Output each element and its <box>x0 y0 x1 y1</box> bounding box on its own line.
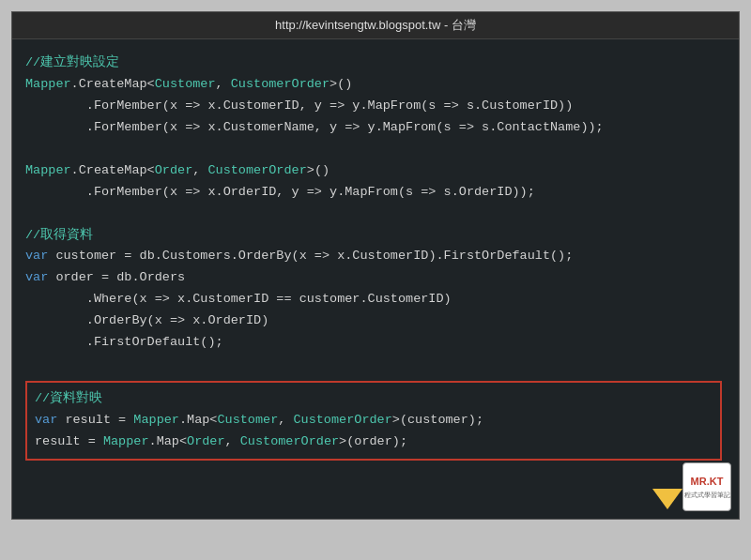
badge-sub: 程式式學習筆記 <box>684 490 730 501</box>
comment-2: //取得資料 <box>25 225 722 247</box>
comment-3: //資料對映 <box>35 388 713 410</box>
code-line-5: .ForMember(x => x.OrderID, y => y.MapFro… <box>25 182 722 204</box>
code-line-12: result = Mapper.Map<Order, CustomerOrder… <box>35 431 713 453</box>
arrow-indicator <box>652 489 682 509</box>
code-line-4: Mapper.CreateMap<Order, CustomerOrder>() <box>25 160 722 182</box>
code-line-6: var customer = db.Customers.OrderBy(x =>… <box>25 246 722 267</box>
code-line-1: Mapper.CreateMap<Customer, CustomerOrder… <box>25 74 722 96</box>
code-line-3: .ForMember(x => x.CustomerName, y => y.M… <box>25 117 722 139</box>
code-line-2: .ForMember(x => x.CustomerID, y => y.Map… <box>25 96 722 117</box>
window-frame: http://kevintsengtw.blogspot.tw - 台灣 //建… <box>11 11 740 520</box>
code-line-8: .Where(x => x.CustomerID == customer.Cus… <box>25 289 722 310</box>
arrow-down-icon <box>652 489 682 509</box>
mrkt-badge: MR.KT 程式式學習筆記 <box>682 462 731 511</box>
title-text: http://kevintsengtw.blogspot.tw - 台灣 <box>275 18 476 32</box>
code-area: //建立對映設定 Mapper.CreateMap<Customer, Cust… <box>12 39 739 519</box>
code-line-7: var order = db.Orders <box>25 267 722 289</box>
code-line-10: .FirstOrDefault(); <box>25 332 722 354</box>
code-line-9: .OrderBy(x => x.OrderID) <box>25 310 722 332</box>
code-line-11: var result = Mapper.Map<Customer, Custom… <box>35 410 713 431</box>
badge-title: MR.KT <box>691 473 724 491</box>
comment-1: //建立對映設定 <box>25 53 722 74</box>
highlighted-section: //資料對映 var result = Mapper.Map<Customer,… <box>25 381 722 461</box>
title-bar: http://kevintsengtw.blogspot.tw - 台灣 <box>12 12 739 39</box>
